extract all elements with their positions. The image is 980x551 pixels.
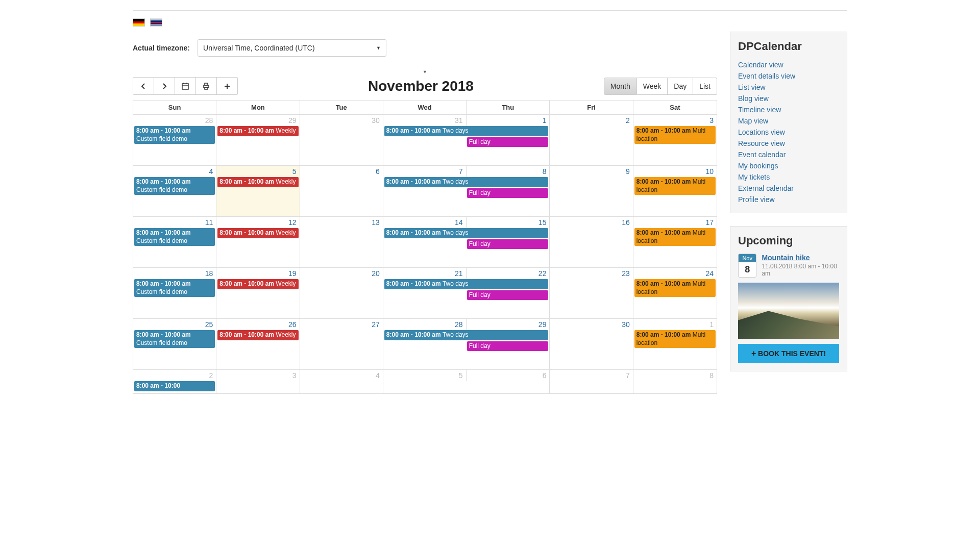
- sidebar-link[interactable]: Map view: [738, 115, 839, 127]
- calendar-event[interactable]: Full day: [467, 290, 549, 300]
- calendar-day-span[interactable]: 56: [383, 370, 550, 393]
- calendar-day[interactable]: 9: [550, 166, 633, 216]
- svg-rect-5: [205, 83, 208, 85]
- calendar-day[interactable]: 27: [300, 319, 383, 369]
- calendar-day[interactable]: 58:00 am - 10:00 am Weekly: [216, 166, 300, 216]
- calendar-day[interactable]: 298:00 am - 10:00 am Weekly: [216, 115, 300, 165]
- calendar-event[interactable]: 8:00 am - 10:00 am Two days: [384, 177, 549, 187]
- sidebar-link[interactable]: Event details view: [738, 70, 839, 82]
- timezone-value: Universal Time, Coordinated (UTC): [203, 44, 315, 52]
- book-event-label: BOOK THIS EVENT!: [758, 349, 826, 358]
- calendar-event[interactable]: 8:00 am - 10:00 am Custom field demo: [134, 126, 215, 144]
- calendar-day[interactable]: 248:00 am - 10:00 am Multi location: [633, 268, 717, 318]
- upcoming-event-datetime: 11.08.2018 8:00 am - 10:00 am: [762, 263, 839, 277]
- calendar-day[interactable]: 4: [300, 370, 383, 393]
- view-list-button[interactable]: List: [693, 78, 717, 95]
- view-week-button[interactable]: Week: [637, 78, 668, 95]
- calendar-day[interactable]: 38:00 am - 10:00 am Multi location: [633, 115, 717, 165]
- calendar-day[interactable]: 288:00 am - 10:00 am Custom field demo: [133, 115, 216, 165]
- calendar-day[interactable]: 268:00 am - 10:00 am Weekly: [216, 319, 300, 369]
- calendar-event[interactable]: 8:00 am - 10:00 am Weekly: [217, 177, 298, 187]
- calendar-day[interactable]: 3: [216, 370, 300, 393]
- calendar-event[interactable]: 8:00 am - 10:00 am Weekly: [217, 126, 298, 136]
- calendar-day[interactable]: 188:00 am - 10:00 am Custom field demo: [133, 268, 216, 318]
- calendar-event[interactable]: 8:00 am - 10:00 am Multi location: [634, 279, 716, 297]
- calendar-day[interactable]: 30: [550, 319, 633, 369]
- calendar-day[interactable]: 28:00 am - 10:00: [133, 370, 216, 393]
- day-number: 5: [216, 166, 299, 177]
- calendar-day-span[interactable]: 3118:00 am - 10:00 am Two daysFull day: [383, 115, 550, 165]
- calendar-picker-icon[interactable]: ▼: [133, 69, 717, 74]
- calendar-day-span[interactable]: 21228:00 am - 10:00 am Two daysFull day: [383, 268, 550, 318]
- calendar-day[interactable]: 30: [300, 115, 383, 165]
- sidebar-link[interactable]: Profile view: [738, 194, 839, 205]
- calendar-day-span[interactable]: 14158:00 am - 10:00 am Two daysFull day: [383, 217, 550, 267]
- day-number: 17: [633, 217, 717, 228]
- view-month-button[interactable]: Month: [604, 78, 637, 95]
- calendar-event[interactable]: 8:00 am - 10:00 am Multi location: [634, 330, 716, 348]
- calendar-event[interactable]: 8:00 am - 10:00 am Two days: [384, 126, 549, 136]
- sidebar-link[interactable]: Resource view: [738, 138, 839, 149]
- calendar-day[interactable]: 198:00 am - 10:00 am Weekly: [216, 268, 300, 318]
- calendar-event[interactable]: 8:00 am - 10:00 am Custom field demo: [134, 330, 215, 348]
- book-event-button[interactable]: + BOOK THIS EVENT!: [738, 344, 839, 363]
- calendar-day[interactable]: 118:00 am - 10:00 am Custom field demo: [133, 217, 216, 267]
- calendar-event[interactable]: Full day: [467, 188, 549, 198]
- sidebar-link[interactable]: My bookings: [738, 160, 839, 171]
- calendar-event[interactable]: Full day: [467, 341, 549, 352]
- calendar-day[interactable]: 20: [300, 268, 383, 318]
- calendar-event[interactable]: 8:00 am - 10:00 am Multi location: [634, 228, 716, 246]
- upcoming-event-title[interactable]: Mountain hike: [762, 254, 839, 262]
- view-day-button[interactable]: Day: [668, 78, 693, 95]
- sidebar-link[interactable]: Event calendar: [738, 149, 839, 160]
- next-button[interactable]: [154, 77, 175, 95]
- calendar-event[interactable]: 8:00 am - 10:00 am Multi location: [634, 126, 716, 144]
- calendar-event[interactable]: 8:00 am - 10:00 am Weekly: [217, 330, 298, 340]
- calendar-day[interactable]: 128:00 am - 10:00 am Weekly: [216, 217, 300, 267]
- sidebar-link[interactable]: List view: [738, 82, 839, 93]
- calendar-event[interactable]: Full day: [467, 137, 549, 147]
- day-header: Thu: [467, 101, 550, 115]
- print-button[interactable]: [196, 77, 217, 95]
- sidebar-link[interactable]: Calendar view: [738, 59, 839, 70]
- calendar-icon: [181, 82, 189, 90]
- calendar-day[interactable]: 108:00 am - 10:00 am Multi location: [633, 166, 717, 216]
- sidebar-link[interactable]: External calendar: [738, 183, 839, 194]
- calendar-day[interactable]: 16: [550, 217, 633, 267]
- calendar-event[interactable]: 8:00 am - 10:00 am Two days: [384, 228, 549, 238]
- calendar-event[interactable]: 8:00 am - 10:00 am Multi location: [634, 177, 716, 195]
- calendar-day[interactable]: 8: [633, 370, 717, 393]
- calendar-day[interactable]: 23: [550, 268, 633, 318]
- calendar-event[interactable]: Full day: [467, 239, 549, 249]
- sidebar-link[interactable]: Blog view: [738, 93, 839, 104]
- add-event-button[interactable]: [217, 77, 238, 95]
- calendar-day-span[interactable]: 28298:00 am - 10:00 am Two daysFull day: [383, 319, 550, 369]
- today-button[interactable]: [175, 77, 196, 95]
- timezone-select[interactable]: Universal Time, Coordinated (UTC): [198, 39, 386, 57]
- sidebar-link[interactable]: My tickets: [738, 171, 839, 183]
- sidebar-link[interactable]: Locations view: [738, 127, 839, 138]
- calendar-event[interactable]: 8:00 am - 10:00 am Weekly: [217, 228, 298, 238]
- calendar-event[interactable]: 8:00 am - 10:00 am Two days: [384, 330, 549, 340]
- flag-german-icon[interactable]: [133, 18, 145, 27]
- day-number: 19: [216, 268, 299, 279]
- plus-icon: +: [751, 349, 756, 358]
- calendar-day[interactable]: 2: [550, 115, 633, 165]
- calendar-event[interactable]: 8:00 am - 10:00 am Custom field demo: [134, 228, 215, 246]
- calendar-day[interactable]: 18:00 am - 10:00 am Multi location: [633, 319, 717, 369]
- calendar-day[interactable]: 6: [300, 166, 383, 216]
- calendar-day[interactable]: 48:00 am - 10:00 am Custom field demo: [133, 166, 216, 216]
- sidebar-link[interactable]: Timeline view: [738, 104, 839, 115]
- calendar-event[interactable]: 8:00 am - 10:00: [134, 381, 215, 391]
- flag-uk-icon[interactable]: [150, 18, 162, 27]
- calendar-event[interactable]: 8:00 am - 10:00 am Two days: [384, 279, 549, 289]
- calendar-day-span[interactable]: 788:00 am - 10:00 am Two daysFull day: [383, 166, 550, 216]
- calendar-day[interactable]: 13: [300, 217, 383, 267]
- calendar-event[interactable]: 8:00 am - 10:00 am Weekly: [217, 279, 298, 289]
- calendar-day[interactable]: 7: [550, 370, 633, 393]
- calendar-day[interactable]: 258:00 am - 10:00 am Custom field demo: [133, 319, 216, 369]
- calendar-event[interactable]: 8:00 am - 10:00 am Custom field demo: [134, 279, 215, 297]
- calendar-day[interactable]: 178:00 am - 10:00 am Multi location: [633, 217, 717, 267]
- calendar-event[interactable]: 8:00 am - 10:00 am Custom field demo: [134, 177, 215, 195]
- prev-button[interactable]: [133, 77, 154, 95]
